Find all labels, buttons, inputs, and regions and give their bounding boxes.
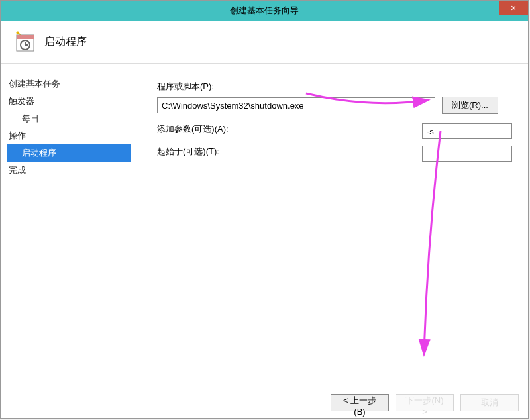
cancel-button[interactable]: 取消 [460, 394, 519, 411]
page-header: 启动程序 [1, 21, 528, 64]
sidebar-item-trigger[interactable]: 触发器 [7, 93, 131, 110]
script-input[interactable] [157, 97, 435, 113]
script-label: 程序或脚本(P): [157, 81, 513, 93]
svg-rect-2 [17, 35, 34, 39]
sidebar-item-finish[interactable]: 完成 [7, 162, 131, 179]
args-input[interactable] [422, 123, 512, 139]
titlebar: 创建基本任务向导 × [1, 1, 528, 21]
sidebar-item-daily[interactable]: 每日 [7, 110, 131, 127]
sidebar-item-create[interactable]: 创建基本任务 [7, 76, 131, 93]
next-button[interactable]: 下一步(N) > [396, 394, 454, 411]
close-button[interactable]: × [499, 1, 528, 15]
close-icon: × [511, 3, 516, 13]
window-title: 创建基本任务向导 [230, 5, 299, 17]
browse-button[interactable]: 浏览(R)... [442, 97, 498, 114]
sidebar-item-action[interactable]: 操作 [7, 127, 131, 144]
annotation-arrow-2 [414, 130, 454, 362]
footer: < 上一步(B) 下一步(N) > 取消 [331, 394, 519, 411]
wizard-icon [13, 30, 36, 54]
sidebar: 创建基本任务 触发器 每日 操作 启动程序 完成 [1, 64, 131, 388]
startin-input[interactable] [422, 146, 512, 162]
back-button[interactable]: < 上一步(B) [331, 394, 389, 411]
content: 程序或脚本(P): 浏览(R)... 添加参数(可选)(A): 起始于(可选)(… [131, 64, 528, 388]
args-label: 添加参数(可选)(A): [157, 123, 229, 135]
body: 创建基本任务 触发器 每日 操作 启动程序 完成 程序或脚本(P): 浏览(R)… [1, 64, 528, 388]
startin-label: 起始于(可选)(T): [157, 146, 219, 158]
sidebar-item-startprogram[interactable]: 启动程序 [7, 144, 131, 162]
page-title: 启动程序 [44, 35, 87, 49]
wizard-window: 创建基本任务向导 × 启动程序 创建基本任务 触发器 每日 操作 启动程序 完成 [0, 0, 529, 419]
